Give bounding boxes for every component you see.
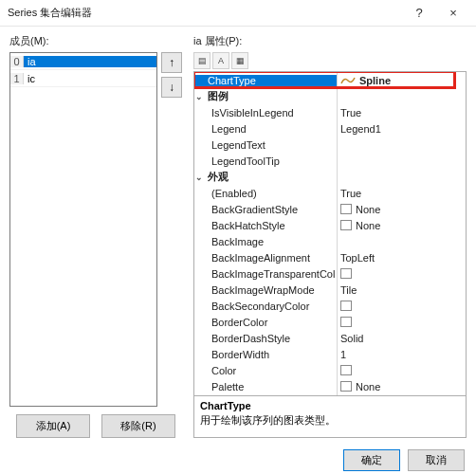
window-title: Series 集合编辑器: [6, 6, 402, 20]
prop-row[interactable]: BackImageTransparentCol: [194, 265, 466, 282]
prop-pages-icon[interactable]: ▦: [231, 52, 248, 69]
prop-row[interactable]: BorderWidth1: [194, 346, 466, 362]
prop-toolbar: ▤ A ▦: [193, 52, 467, 69]
prop-row[interactable]: BackSecondaryColor: [194, 298, 466, 314]
prop-row[interactable]: BackImageWrapModeTile: [194, 282, 466, 298]
members-label: 成员(M):: [9, 34, 182, 48]
help-button[interactable]: ?: [402, 6, 436, 20]
spline-icon: [340, 75, 356, 86]
add-button[interactable]: 添加(A): [16, 414, 90, 438]
prop-row[interactable]: BorderColor: [194, 314, 466, 330]
prop-row[interactable]: BackGradientStyleNone: [194, 201, 466, 217]
prop-row-charttype[interactable]: ChartType Spline: [194, 72, 466, 88]
property-grid[interactable]: ChartType Spline ⌄图例 IsVisibleInLegendTr…: [193, 71, 467, 396]
prop-row[interactable]: (Enabled)True: [194, 185, 466, 201]
ok-button[interactable]: 确定: [343, 449, 400, 471]
move-up-button[interactable]: ↑: [161, 52, 182, 73]
description-panel: ChartType 用于绘制该序列的图表类型。: [193, 396, 467, 438]
cancel-button[interactable]: 取消: [408, 449, 465, 471]
prop-row[interactable]: IsVisibleInLegendTrue: [194, 104, 466, 120]
alpha-sort-icon[interactable]: A: [212, 52, 229, 69]
remove-button[interactable]: 移除(R): [101, 414, 175, 438]
prop-row[interactable]: BackHatchStyleNone: [194, 217, 466, 233]
prop-row[interactable]: LegendLegend1: [194, 120, 466, 137]
desc-text: 用于绘制该序列的图表类型。: [200, 413, 460, 428]
members-list[interactable]: 0 ia 1 ic: [9, 52, 157, 407]
prop-row[interactable]: LegendToolTip: [194, 153, 466, 169]
categorized-icon[interactable]: ▤: [193, 52, 211, 69]
prop-cat-appearance[interactable]: ⌄外观: [194, 169, 466, 185]
properties-label: ia 属性(P):: [193, 34, 467, 48]
move-down-button[interactable]: ↓: [161, 77, 182, 98]
prop-row[interactable]: BorderDashStyleSolid: [194, 330, 466, 346]
list-row[interactable]: 0 ia: [10, 53, 156, 70]
prop-row[interactable]: LegendText: [194, 137, 466, 153]
prop-row[interactable]: BackImageAlignmentTopLeft: [194, 249, 466, 265]
prop-row[interactable]: ShadowColor128, 0, 0, 0: [194, 394, 466, 396]
desc-title: ChartType: [200, 400, 460, 411]
close-button[interactable]: ×: [436, 6, 470, 20]
list-row[interactable]: 1 ic: [10, 70, 156, 87]
prop-row[interactable]: PaletteNone: [194, 378, 466, 394]
prop-row[interactable]: BackImage: [194, 233, 466, 249]
titlebar: Series 集合编辑器 ? ×: [0, 0, 476, 27]
prop-row[interactable]: Color: [194, 362, 466, 378]
prop-cat-chart[interactable]: ⌄图例: [194, 88, 466, 104]
